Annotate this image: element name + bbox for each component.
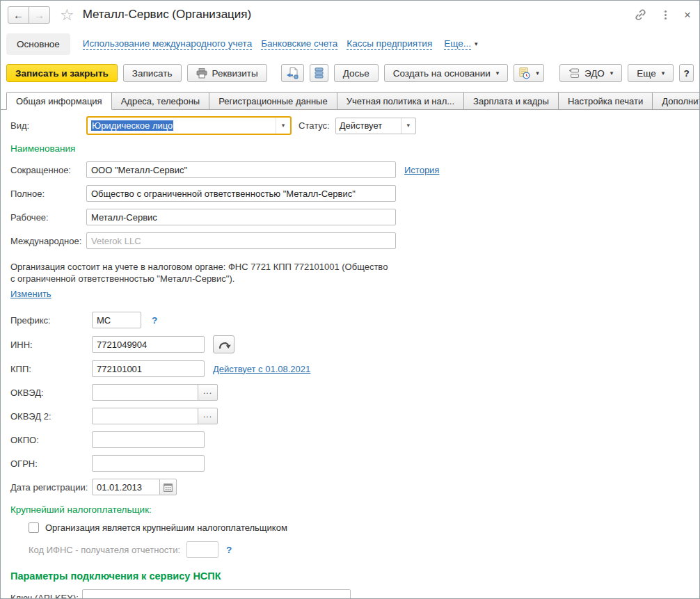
okved2-label: ОКВЭД 2:	[10, 411, 92, 422]
fill-by-inn-button[interactable]	[213, 335, 234, 353]
short-name-label: Сокращенное:	[10, 165, 86, 175]
okved2-input[interactable]	[92, 408, 198, 424]
okpo-label: ОКПО:	[10, 435, 92, 445]
create-based-on-button[interactable]: Создать на основании ▾	[384, 64, 509, 82]
history-nav-buttons: ← →	[8, 6, 50, 24]
history-link[interactable]: История	[404, 165, 439, 175]
ifns-code-input[interactable]	[186, 541, 218, 558]
reg-date-input[interactable]	[92, 479, 160, 495]
reg-date-label: Дата регистрации:	[10, 482, 92, 493]
dossier-button[interactable]: Досье	[334, 64, 379, 82]
largest-taxpayer-section-header: Крупнейший налогоплательщик:	[10, 504, 690, 515]
kpp-label: КПП:	[10, 364, 92, 374]
window-menu-icon[interactable]	[665, 14, 667, 16]
api-key-input[interactable]	[82, 589, 351, 598]
chevron-down-icon: ▾	[536, 70, 539, 77]
prefix-input[interactable]	[92, 312, 141, 328]
calendar-icon	[164, 483, 173, 492]
nav-item-main[interactable]: Основное	[6, 33, 70, 55]
kind-combobox[interactable]: Юридическое лицо ▾	[86, 116, 292, 135]
change-link[interactable]: Изменить	[10, 289, 51, 299]
titlebar-actions: ×	[634, 8, 691, 22]
kpp-input[interactable]	[92, 360, 205, 377]
okved-input[interactable]	[92, 384, 198, 401]
save-and-close-button[interactable]: Записать и закрыть	[6, 64, 118, 82]
names-section-header: Наименования	[10, 143, 690, 154]
prefix-label: Префикс:	[10, 315, 92, 326]
chevron-down-icon: ▾	[406, 122, 410, 129]
load-file-button[interactable]	[281, 64, 304, 82]
international-name-label: Международное:	[10, 236, 86, 246]
chevron-down-icon: ▾	[475, 41, 478, 47]
database-info-button[interactable]	[310, 64, 328, 82]
nav-more-menu[interactable]: Еще... ▾	[444, 38, 477, 50]
nav-item-international-accounting[interactable]: Использование международного учета	[83, 38, 252, 50]
save-button[interactable]: Записать	[123, 64, 182, 82]
kind-value: Юридическое лицо	[88, 118, 276, 134]
api-key-label: Ключ (API KEY):	[10, 593, 82, 599]
reminder-button[interactable]: ▾	[514, 64, 544, 82]
ogrn-label: ОГРН:	[10, 458, 92, 469]
get-link-icon[interactable]	[634, 8, 647, 22]
printer-icon	[196, 68, 207, 79]
largest-taxpayer-checkbox-label: Организация является крупнейшим налогопл…	[45, 522, 287, 533]
more-label: Еще	[637, 68, 655, 79]
nav-item-cash-desks[interactable]: Кассы предприятия	[347, 38, 432, 50]
tab-registration-data[interactable]: Регистрационные данные	[209, 92, 337, 109]
general-info-panel: Вид: Юридическое лицо ▾ Статус: Действуе…	[1, 110, 699, 598]
tab-addresses-phones[interactable]: Адреса, телефоны	[111, 92, 210, 109]
ifns-code-help-icon[interactable]: ?	[226, 545, 232, 555]
kpp-valid-from-link[interactable]: Действует с 01.08.2021	[213, 364, 310, 374]
tab-print-settings[interactable]: Настройка печати	[558, 92, 653, 109]
tab-additional[interactable]: Дополнительно	[652, 92, 700, 109]
organization-form-window: ← → ☆ Металл-Сервис (Организация) × Осно…	[0, 0, 700, 599]
largest-taxpayer-checkbox[interactable]	[29, 522, 39, 533]
short-name-input[interactable]	[86, 161, 396, 178]
tab-accounting-policy[interactable]: Учетная политика и нал...	[337, 92, 464, 109]
okpo-input[interactable]	[92, 431, 205, 448]
okved-choose-button[interactable]: ...	[198, 384, 218, 401]
edo-button[interactable]: ЭДО ▾	[559, 64, 622, 82]
full-name-label: Полное:	[10, 189, 86, 199]
full-name-input[interactable]	[86, 185, 396, 202]
tab-salary-hr[interactable]: Зарплата и кадры	[463, 92, 559, 109]
ifns-code-label: Код ИФНС - получателя отчетности:	[29, 545, 180, 555]
inn-label: ИНН:	[10, 340, 92, 350]
nav-links-bar: Основное Использование международного уч…	[1, 29, 699, 60]
close-icon[interactable]: ×	[684, 9, 691, 21]
inn-input[interactable]	[92, 336, 205, 353]
status-value: Действует	[336, 118, 401, 134]
international-name-input[interactable]	[86, 232, 396, 249]
title-bar: ← → ☆ Металл-Сервис (Организация) ×	[1, 1, 699, 29]
forward-button[interactable]: →	[29, 6, 50, 24]
okved2-choose-button[interactable]: ...	[198, 408, 218, 424]
chevron-down-icon: ▾	[662, 70, 665, 77]
page-title: Металл-Сервис (Организация)	[83, 8, 252, 22]
reminder-note-clock-icon	[518, 67, 530, 79]
nav-item-bank-accounts[interactable]: Банковские счета	[261, 38, 337, 50]
working-name-input[interactable]	[86, 209, 396, 225]
kind-dropdown-button[interactable]: ▾	[276, 118, 290, 134]
status-label: Статус:	[299, 120, 330, 131]
more-button[interactable]: Еще ▾	[628, 64, 674, 82]
tab-general-info[interactable]: Общая информация	[6, 92, 112, 110]
back-arrow-icon: ←	[13, 9, 24, 21]
database-icon	[315, 67, 324, 79]
requisites-button[interactable]: Реквизиты	[187, 64, 267, 82]
curved-arrow-icon	[217, 339, 231, 351]
status-combobox[interactable]: Действует ▾	[335, 118, 416, 134]
prefix-help-icon[interactable]: ?	[152, 315, 157, 326]
create-based-on-label: Создать на основании	[393, 68, 491, 79]
back-button[interactable]: ←	[8, 6, 29, 24]
favorite-star-icon[interactable]: ☆	[60, 7, 74, 23]
edo-label: ЭДО	[584, 68, 605, 79]
help-button[interactable]: ?	[679, 64, 694, 82]
ogrn-input[interactable]	[92, 455, 205, 472]
calendar-button[interactable]	[159, 479, 177, 495]
command-bar: Записать и закрыть Записать Реквизиты	[1, 60, 699, 86]
nspk-section-header: Параметры подключения к сервису НСПК	[10, 570, 690, 582]
chevron-down-icon: ▾	[282, 122, 285, 129]
forward-arrow-icon: →	[34, 9, 45, 21]
status-dropdown-button[interactable]: ▾	[401, 118, 415, 134]
edo-documents-icon	[568, 68, 580, 79]
